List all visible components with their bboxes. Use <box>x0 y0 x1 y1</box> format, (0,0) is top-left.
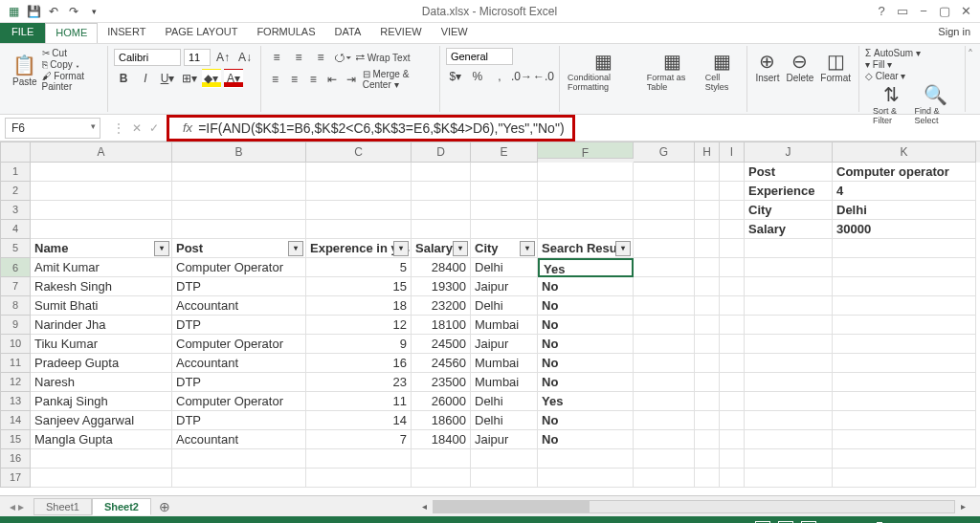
cell[interactable]: Salary <box>745 220 833 239</box>
cell[interactable] <box>172 182 306 201</box>
maximize-icon[interactable]: ▢ <box>935 4 954 18</box>
cell[interactable] <box>720 182 745 201</box>
cell[interactable]: Computer Operator <box>172 392 306 411</box>
align-center-icon[interactable]: ≡ <box>286 70 302 89</box>
cell[interactable]: Computer Operator <box>172 258 306 277</box>
add-sheet-button[interactable]: ⊕ <box>151 499 178 514</box>
cell[interactable] <box>306 469 412 488</box>
cell[interactable] <box>720 239 745 258</box>
cell[interactable]: Computer Operator <box>172 335 306 354</box>
cell[interactable]: DTP <box>172 277 306 296</box>
row-header[interactable]: 7 <box>0 277 31 296</box>
underline-button[interactable]: U▾ <box>158 69 177 88</box>
tab-home[interactable]: HOME <box>45 23 98 43</box>
cell[interactable]: 26000 <box>412 392 471 411</box>
cell[interactable] <box>745 354 833 373</box>
row-header[interactable]: 6 <box>0 258 31 277</box>
delete-button[interactable]: ⊖Delete <box>784 48 815 85</box>
cell[interactable] <box>720 316 745 335</box>
italic-button[interactable]: I <box>136 69 155 88</box>
sign-in-link[interactable]: Sign in <box>928 23 980 43</box>
tab-view[interactable]: VIEW <box>432 23 478 43</box>
cell[interactable] <box>745 430 833 449</box>
cell[interactable] <box>745 392 833 411</box>
redo-icon[interactable]: ↷ <box>65 3 82 20</box>
cell[interactable] <box>833 430 976 449</box>
cell[interactable]: Mumbai <box>471 316 538 335</box>
cell[interactable]: Sumit Bhati <box>31 296 172 316</box>
cell[interactable]: 11 <box>306 392 412 411</box>
cell[interactable]: 16 <box>306 354 412 373</box>
cell[interactable]: No <box>538 411 634 430</box>
cell[interactable] <box>720 201 745 220</box>
row-header[interactable]: 12 <box>0 373 31 392</box>
cell[interactable]: Mangla Gupta <box>31 430 172 449</box>
cell[interactable] <box>720 469 745 488</box>
save-icon[interactable]: 💾 <box>25 3 42 20</box>
cell[interactable]: Mumbai <box>471 373 538 392</box>
tab-formulas[interactable]: FORMULAS <box>247 23 324 43</box>
align-bottom-icon[interactable]: ≡ <box>311 48 330 67</box>
tab-file[interactable]: FILE <box>0 23 45 43</box>
cell[interactable]: Tiku Kumar <box>31 335 172 354</box>
cell[interactable] <box>634 373 695 392</box>
cell[interactable] <box>306 220 412 239</box>
close-icon[interactable]: ✕ <box>956 4 975 18</box>
cell[interactable] <box>720 411 745 430</box>
comma-icon[interactable]: , <box>490 67 509 86</box>
cell[interactable]: 24560 <box>412 354 471 373</box>
cell[interactable]: Accountant <box>172 296 306 316</box>
row-header[interactable]: 8 <box>0 296 31 316</box>
cell[interactable] <box>306 201 412 220</box>
cell[interactable] <box>695 182 720 201</box>
scroll-right-icon[interactable]: ▸ <box>955 501 970 512</box>
col-header-j[interactable]: J <box>745 142 833 163</box>
cell[interactable] <box>172 201 306 220</box>
cell[interactable]: Naresh <box>31 373 172 392</box>
cancel-formula-icon[interactable]: ✕ <box>132 121 142 135</box>
cell[interactable]: 15 <box>306 277 412 296</box>
cell[interactable] <box>31 220 172 239</box>
align-right-icon[interactable]: ≡ <box>305 70 322 89</box>
cell[interactable]: 18 <box>306 296 412 316</box>
cell[interactable] <box>695 277 720 296</box>
col-header-i[interactable]: I <box>720 142 745 163</box>
cell[interactable] <box>412 182 471 201</box>
cell[interactable] <box>31 163 172 182</box>
cell[interactable]: Sanjeev Aggarwal <box>31 411 172 430</box>
cell[interactable] <box>695 316 720 335</box>
cell[interactable] <box>412 220 471 239</box>
excel-icon[interactable]: ▦ <box>5 3 22 20</box>
cell[interactable] <box>172 449 306 469</box>
row-header[interactable]: 15 <box>0 430 31 449</box>
cell[interactable] <box>833 277 976 296</box>
cell[interactable] <box>695 430 720 449</box>
cell[interactable]: DTP <box>172 316 306 335</box>
cell[interactable] <box>538 469 634 488</box>
select-all-corner[interactable] <box>0 142 31 163</box>
indent-inc-icon[interactable]: ⇥ <box>344 70 360 89</box>
col-header-k[interactable]: K <box>833 142 976 163</box>
cell[interactable] <box>31 182 172 201</box>
scroll-left-icon[interactable]: ◂ <box>417 501 433 512</box>
cell[interactable] <box>695 220 720 239</box>
cell[interactable] <box>695 469 720 488</box>
cell[interactable]: 30000 <box>833 220 976 239</box>
cell[interactable] <box>306 163 412 182</box>
cell[interactable] <box>833 411 976 430</box>
cell[interactable]: 19300 <box>412 277 471 296</box>
row-header[interactable]: 3 <box>0 201 31 220</box>
cell[interactable] <box>634 239 695 258</box>
cell[interactable]: 9 <box>306 335 412 354</box>
horizontal-scrollbar[interactable]: ◂ ▸ <box>417 500 970 513</box>
cell[interactable] <box>833 469 976 488</box>
cell[interactable] <box>634 449 695 469</box>
undo-icon[interactable]: ↶ <box>45 3 62 20</box>
cell[interactable]: DTP <box>172 411 306 430</box>
indent-dec-icon[interactable]: ⇤ <box>324 70 341 89</box>
row-header[interactable]: 5 <box>0 239 31 258</box>
cell[interactable]: Delhi <box>471 296 538 316</box>
cell[interactable] <box>833 335 976 354</box>
cell[interactable] <box>720 392 745 411</box>
cell[interactable] <box>720 163 745 182</box>
